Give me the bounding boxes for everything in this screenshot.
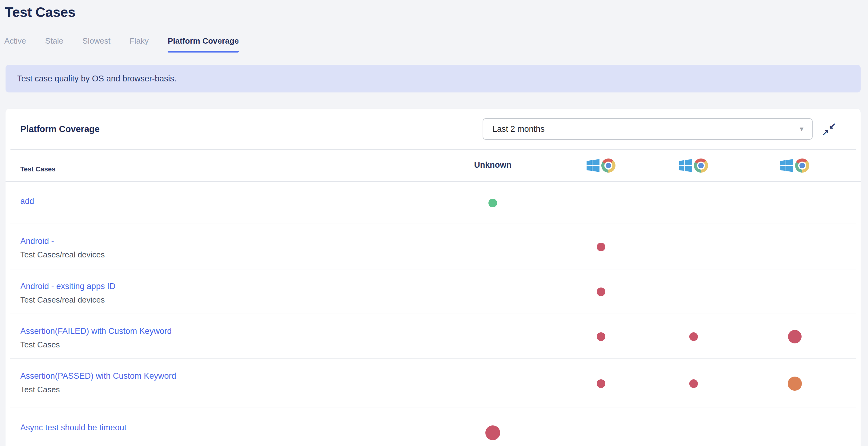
test-case-row: Assertion(PASSED) with Custom Keyword Te… bbox=[5, 359, 861, 408]
tab-stale[interactable]: Stale bbox=[45, 36, 63, 53]
column-header-platform bbox=[587, 159, 616, 173]
time-range-value: Last 2 months bbox=[492, 125, 545, 134]
tab-bar: ActiveStaleSlowestFlakyPlatform Coverage bbox=[0, 36, 868, 53]
test-case-link[interactable]: add bbox=[20, 196, 34, 206]
windows-icon bbox=[780, 159, 793, 172]
chevron-down-icon: ▼ bbox=[799, 126, 805, 133]
panel-title: Platform Coverage bbox=[20, 124, 100, 134]
windows-icon bbox=[587, 159, 599, 172]
coverage-dot-red[interactable] bbox=[597, 332, 605, 341]
table-header-row: Test Cases Unknown bbox=[5, 150, 861, 181]
column-header-platform bbox=[679, 159, 708, 173]
coverage-dot-red[interactable] bbox=[597, 287, 605, 296]
test-case-link[interactable]: Async test should be timeout bbox=[20, 422, 126, 433]
test-case-subtitle: Test Cases bbox=[20, 340, 861, 349]
test-case-link[interactable]: Assertion(FAILED) with Custom Keyword bbox=[20, 326, 172, 336]
panel-header: Platform Coverage Last 2 months ▼ ↙ ↗ bbox=[5, 109, 861, 149]
tab-slowest[interactable]: Slowest bbox=[83, 36, 111, 53]
info-banner: Test case quality by OS and browser-basi… bbox=[5, 65, 861, 93]
platform-coverage-panel: Platform Coverage Last 2 months ▼ ↙ ↗ Te… bbox=[5, 109, 861, 446]
tab-flaky[interactable]: Flaky bbox=[129, 36, 149, 53]
tab-platform-coverage[interactable]: Platform Coverage bbox=[167, 36, 239, 53]
test-case-row: add bbox=[5, 182, 861, 224]
test-case-subtitle: Test Cases bbox=[20, 385, 861, 394]
collapse-icon[interactable]: ↙ ↗ bbox=[822, 122, 836, 136]
windows-icon bbox=[679, 159, 692, 172]
coverage-dot-red[interactable] bbox=[689, 379, 698, 388]
test-case-row: Android - Test Cases/real devices bbox=[5, 224, 861, 269]
coverage-dot-red[interactable] bbox=[485, 425, 500, 440]
test-case-row: Async test should be timeout bbox=[5, 408, 861, 446]
coverage-dot-red[interactable] bbox=[597, 379, 605, 388]
info-banner-text: Test case quality by OS and browser-basi… bbox=[17, 74, 177, 83]
tab-active[interactable]: Active bbox=[4, 36, 26, 53]
coverage-dot-red[interactable] bbox=[788, 330, 802, 343]
test-case-link[interactable]: Assertion(PASSED) with Custom Keyword bbox=[20, 371, 176, 381]
arrow-up-right-icon: ↗ bbox=[822, 127, 829, 137]
test-case-link[interactable]: Android - exsiting apps ID bbox=[20, 281, 115, 291]
column-header-unknown: Unknown bbox=[474, 160, 512, 170]
test-case-row: Android - exsiting apps ID Test Cases/re… bbox=[5, 269, 861, 314]
coverage-dot-red[interactable] bbox=[689, 332, 698, 341]
coverage-dot-orange[interactable] bbox=[788, 377, 802, 391]
test-case-link[interactable]: Android - bbox=[20, 236, 54, 246]
page: Test Cases ActiveStaleSlowestFlakyPlatfo… bbox=[0, 4, 868, 446]
page-title: Test Cases bbox=[5, 4, 868, 20]
coverage-dot-red[interactable] bbox=[597, 243, 605, 251]
test-case-subtitle: Test Cases/real devices bbox=[20, 295, 861, 304]
test-case-row: Assertion(FAILED) with Custom Keyword Te… bbox=[5, 314, 861, 359]
test-cases-column-header: Test Cases bbox=[20, 165, 56, 173]
coverage-dot-green[interactable] bbox=[489, 199, 497, 207]
panel-controls: Last 2 months ▼ ↙ ↗ bbox=[483, 118, 836, 140]
chrome-icon bbox=[601, 159, 616, 173]
test-case-subtitle: Test Cases/real devices bbox=[20, 250, 861, 259]
chrome-icon bbox=[694, 159, 708, 173]
column-header-platform bbox=[780, 159, 809, 173]
time-range-select[interactable]: Last 2 months ▼ bbox=[483, 118, 813, 140]
table-body: add Android - Test Cases/real devices An… bbox=[5, 182, 861, 446]
chrome-icon bbox=[795, 159, 809, 173]
arrow-down-left-icon: ↙ bbox=[829, 121, 836, 131]
